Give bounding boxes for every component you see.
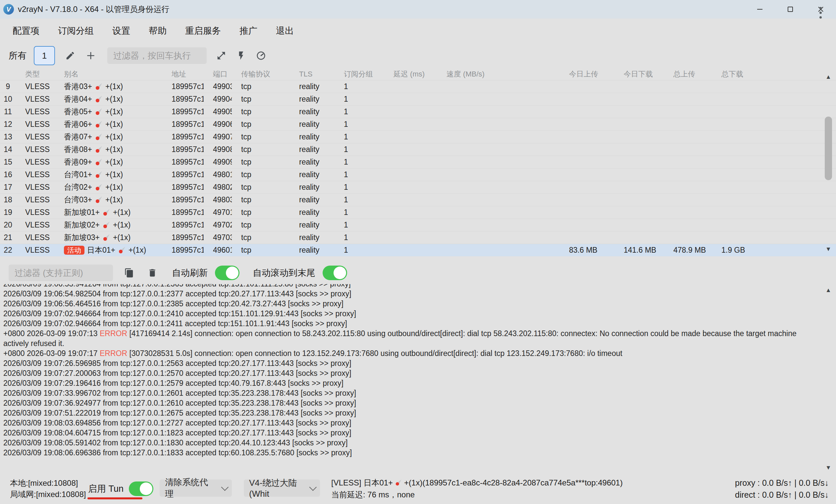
comet-icon xyxy=(95,133,103,141)
current-delay: 当前延迟: 76 ms，none xyxy=(331,489,623,501)
selected-group-tab[interactable]: 1 xyxy=(34,46,55,65)
col-delay[interactable]: 延迟 (ms) xyxy=(384,69,437,79)
log-scroll-down-icon[interactable]: ▼ xyxy=(823,464,833,471)
maximize-button[interactable] xyxy=(775,0,805,19)
col-alias[interactable]: 别名 xyxy=(55,69,162,79)
row-number: 18 xyxy=(0,195,16,204)
auto-refresh-toggle[interactable] xyxy=(215,266,240,280)
table-scrollbar-thumb[interactable] xyxy=(825,117,832,180)
server-row[interactable]: 16 VLESS 台湾01+ +(1x) 189957c1 49801 tcp … xyxy=(0,168,836,181)
log-line: 2026/03/09 19:08:03.694856 from tcp:127.… xyxy=(3,418,819,428)
col-address[interactable]: 地址 xyxy=(162,69,204,79)
col-subscription-group[interactable]: 订阅分组 xyxy=(335,69,384,79)
log-line: +0800 2026-03-09 19:07:17 ERROR [3073028… xyxy=(3,348,819,358)
col-type[interactable]: 类型 xyxy=(16,69,55,79)
minimize-button[interactable] xyxy=(745,0,775,19)
copy-log-button[interactable] xyxy=(121,265,137,280)
server-row[interactable]: 10 VLESS 香港04+ +(1x) 189957c1 49904 tcp … xyxy=(0,93,836,105)
comet-icon xyxy=(95,183,103,191)
cell-address: 189957c1 xyxy=(162,133,204,141)
server-row[interactable]: 21 VLESS 新加坡03+ +(1x) 189957c1 49703 tcp… xyxy=(0,231,836,244)
cell-port: 49907 xyxy=(204,133,232,141)
clear-log-button[interactable] xyxy=(145,265,160,280)
server-row[interactable]: 17 VLESS 台湾02+ +(1x) 189957c1 49802 tcp … xyxy=(0,181,836,193)
cell-type: VLESS xyxy=(16,195,55,204)
col-download-today[interactable]: 今日下载 xyxy=(614,69,664,79)
cell-type: VLESS xyxy=(16,120,55,129)
server-row[interactable]: 20 VLESS 新加坡02+ +(1x) 189957c1 49702 tcp… xyxy=(0,218,836,231)
cell-alias: 活动 日本01+ +(1x) xyxy=(55,245,162,255)
latency-test-button[interactable] xyxy=(254,49,268,63)
cell-type: VLESS xyxy=(16,220,55,230)
log-filter-input[interactable] xyxy=(8,265,113,281)
cell-alias: 新加坡02+ +(1x) xyxy=(55,220,162,230)
cell-alias: 香港05+ +(1x) xyxy=(55,106,162,117)
table-scroll-up-icon[interactable]: ▲ xyxy=(823,74,833,80)
server-row[interactable]: 19 VLESS 新加坡01+ +(1x) 189957c1 49701 tcp… xyxy=(0,206,836,218)
cell-group: 1 xyxy=(335,233,384,242)
log-output[interactable]: 2026/03/09 19:06:53.941264 from tcp:127.… xyxy=(0,284,821,474)
tun-toggle[interactable] xyxy=(129,482,153,496)
more-menu-icon[interactable] xyxy=(815,5,825,20)
cell-type: VLESS xyxy=(16,133,55,141)
add-server-button[interactable] xyxy=(83,49,98,63)
cell-tls: reality xyxy=(290,145,335,154)
server-filter-input[interactable] xyxy=(107,47,207,64)
menu-item[interactable]: 重启服务 xyxy=(185,25,221,37)
cell-address: 189957c1 xyxy=(162,82,204,91)
cell-upload-today: 83.6 MB xyxy=(560,246,614,255)
cell-address: 189957c1 xyxy=(162,220,204,230)
auto-refresh-label: 自动刷新 xyxy=(172,267,208,279)
expand-button[interactable] xyxy=(214,49,229,63)
menu-item[interactable]: 订阅分组 xyxy=(58,25,94,37)
system-proxy-dropdown[interactable]: 清除系统代理 xyxy=(160,480,232,497)
col-protocol[interactable]: 传输协议 xyxy=(232,69,290,79)
log-line: 2026/03/09 19:07:27.200063 from tcp:127.… xyxy=(3,368,819,378)
auto-scroll-label: 自动滚动到末尾 xyxy=(253,267,315,279)
group-all-label[interactable]: 所有 xyxy=(8,50,26,62)
col-speed[interactable]: 速度 (MB/s) xyxy=(437,69,560,79)
server-row[interactable]: 22 VLESS 活动 日本01+ +(1x) 189957c1 49601 t… xyxy=(0,244,836,256)
col-port[interactable]: 端口 xyxy=(204,69,232,79)
menu-item[interactable]: 帮助 xyxy=(149,25,167,37)
menu-item[interactable]: 退出 xyxy=(276,25,294,37)
server-row[interactable]: 18 VLESS 台湾03+ +(1x) 189957c1 49803 tcp … xyxy=(0,193,836,206)
server-row[interactable]: 14 VLESS 香港08+ +(1x) 189957c1 49908 tcp … xyxy=(0,143,836,156)
cell-alias: 香港07+ +(1x) xyxy=(55,132,162,142)
server-row[interactable]: 12 VLESS 香港06+ +(1x) 189957c1 49906 tcp … xyxy=(0,118,836,131)
speedtest-button[interactable] xyxy=(234,49,248,63)
menu-item[interactable]: 配置项 xyxy=(13,25,39,37)
cell-address: 189957c1 xyxy=(162,233,204,242)
server-row[interactable]: 15 VLESS 香港09+ +(1x) 189957c1 49909 tcp … xyxy=(0,156,836,168)
cell-type: VLESS xyxy=(16,95,55,104)
edit-group-button[interactable] xyxy=(63,49,77,63)
col-upload-total[interactable]: 总上传 xyxy=(664,69,712,79)
auto-scroll-toggle[interactable] xyxy=(323,266,347,280)
log-scroll-up-icon[interactable]: ▲ xyxy=(823,287,833,294)
server-row[interactable]: 9 VLESS 香港03+ +(1x) 189957c1 49903 tcp r… xyxy=(0,80,836,93)
cell-group: 1 xyxy=(335,120,384,129)
routing-dropdown[interactable]: V4-绕过大陆(Whit xyxy=(244,480,320,497)
trash-icon xyxy=(147,268,157,278)
cell-alias: 香港06+ +(1x) xyxy=(55,119,162,130)
cell-alias: 香港04+ +(1x) xyxy=(55,94,162,104)
cell-group: 1 xyxy=(335,133,384,141)
cell-group: 1 xyxy=(335,145,384,154)
comet-icon xyxy=(95,196,103,204)
log-line: 2026/03/09 19:07:51.222019 from tcp:127.… xyxy=(3,408,819,418)
col-upload-today[interactable]: 今日上传 xyxy=(560,69,614,79)
menu-item[interactable]: 推广 xyxy=(240,25,258,37)
cell-address: 189957c1 xyxy=(162,95,204,104)
menu-item[interactable]: 设置 xyxy=(112,25,130,37)
cell-group: 1 xyxy=(335,195,384,204)
tun-underline xyxy=(88,497,142,499)
cell-tls: reality xyxy=(290,95,335,104)
server-row[interactable]: 11 VLESS 香港05+ +(1x) 189957c1 49905 tcp … xyxy=(0,105,836,118)
cell-protocol: tcp xyxy=(232,195,290,204)
server-row[interactable]: 13 VLESS 香港07+ +(1x) 189957c1 49907 tcp … xyxy=(0,131,836,143)
col-tls[interactable]: TLS xyxy=(290,70,335,78)
col-download-total[interactable]: 总下载 xyxy=(712,69,755,79)
table-scroll-down-icon[interactable]: ▼ xyxy=(823,246,833,253)
cell-tls: reality xyxy=(290,220,335,230)
log-line: +0800 2026-03-09 19:07:13 ERROR [4171694… xyxy=(3,329,819,348)
